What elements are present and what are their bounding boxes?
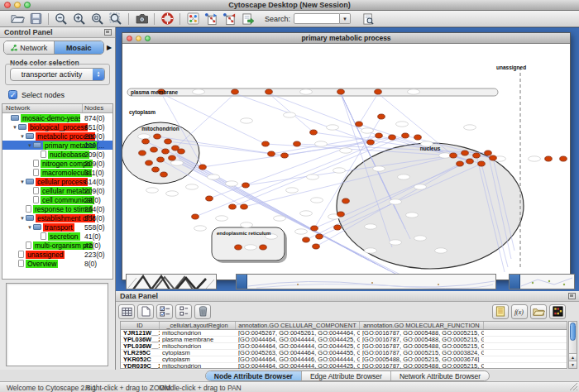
network-node[interactable] — [260, 245, 267, 250]
tree-row[interactable]: ▼secretion41(0) — [2, 232, 112, 241]
network-node[interactable] — [162, 149, 170, 154]
attribute-notes-button[interactable] — [492, 304, 509, 319]
select-attributes-button[interactable] — [118, 304, 135, 319]
network-node[interactable] — [139, 151, 146, 155]
network-node[interactable] — [151, 147, 158, 152]
column-header[interactable]: _cellularLayoutRegion — [160, 322, 236, 329]
network-node[interactable] — [457, 161, 464, 166]
create-network-view-button[interactable] — [202, 12, 220, 26]
zoom-selected-button[interactable] — [89, 12, 107, 26]
network-node[interactable] — [367, 140, 375, 145]
tree-row[interactable]: ▼response to stimulu264(0) — [2, 204, 112, 213]
network-node[interactable] — [337, 89, 345, 94]
tree-expander-icon[interactable]: ▼ — [20, 134, 26, 139]
layout-button[interactable] — [184, 12, 202, 26]
zoom-in-button[interactable] — [70, 12, 89, 26]
tree-expander-icon[interactable]: ▼ — [20, 179, 26, 184]
tree-row[interactable]: ▼mosaic-demo-yeast874(0) — [2, 113, 112, 122]
birds-eye-view[interactable] — [6, 283, 108, 366]
network-node[interactable] — [241, 204, 248, 209]
tree-expander-icon[interactable]: ▼ — [20, 216, 26, 221]
select-all-attributes-button[interactable] — [156, 304, 173, 319]
background-window-peek[interactable] — [236, 274, 496, 289]
node-color-dropdown[interactable]: transporter activity ▲▼ — [10, 68, 105, 81]
network-node[interactable] — [303, 237, 310, 242]
network-node[interactable] — [206, 196, 213, 201]
network-node[interactable] — [478, 161, 486, 166]
column-header[interactable]: annotation.GO MOLECULAR_FUNCTION — [360, 322, 484, 329]
tree-row[interactable]: ▼metabolic process280(0) — [2, 131, 112, 141]
snapshot-button[interactable] — [132, 12, 151, 26]
save-session-button[interactable] — [26, 12, 45, 26]
network-node[interactable] — [169, 155, 176, 160]
background-window-peek[interactable] — [509, 274, 575, 289]
network-node[interactable] — [490, 155, 497, 160]
network-node[interactable] — [311, 226, 318, 231]
network-node[interactable] — [356, 122, 363, 127]
network-node[interactable] — [560, 156, 567, 161]
table-row[interactable]: YKR052Ccytoplasm[GO:0044464, GO:0044446,… — [121, 356, 567, 363]
network-canvas-svg[interactable]: plasma membranecytoplasmmitochondrionnuc… — [122, 44, 570, 280]
attribute-matrix-button[interactable] — [549, 304, 566, 319]
network-node[interactable] — [485, 151, 492, 155]
network-node[interactable] — [268, 151, 275, 156]
network-node[interactable] — [375, 89, 382, 94]
network-node[interactable] — [467, 159, 474, 164]
tree-expander-icon[interactable]: ▼ — [27, 225, 33, 230]
tree-expander-icon[interactable]: ▼ — [27, 143, 33, 148]
tree-row[interactable]: ▼nitrogen compo209(0) — [2, 159, 112, 168]
network-node[interactable] — [142, 139, 150, 144]
tree-row[interactable]: ▼cell communicat22(0) — [2, 195, 112, 204]
search-options-button[interactable] — [359, 12, 377, 26]
network-node[interactable] — [146, 160, 153, 165]
network-node[interactable] — [281, 153, 289, 158]
network-view-window[interactable]: primary metabolic process plasma membran… — [122, 32, 571, 280]
network-edge[interactable] — [235, 93, 371, 142]
network-node[interactable] — [242, 183, 250, 188]
tab-overflow-arrow-icon[interactable]: ▶ — [107, 44, 112, 51]
tree-row[interactable]: ▼cellular metabo209(0) — [2, 186, 112, 195]
network-edge[interactable] — [359, 93, 378, 124]
network-node[interactable] — [192, 214, 199, 219]
network-node[interactable] — [178, 149, 185, 154]
background-window-peek[interactable] — [126, 274, 217, 289]
scroll-down-button[interactable]: ▼ — [569, 361, 577, 368]
scrollbar-thumb[interactable] — [570, 323, 576, 341]
resize-grip[interactable] — [568, 381, 578, 391]
network-node[interactable] — [376, 133, 383, 138]
create-attribute-button[interactable] — [137, 304, 154, 319]
network-node[interactable] — [235, 245, 242, 250]
float-panel-icon[interactable] — [104, 29, 112, 36]
import-network-button[interactable] — [238, 12, 256, 26]
network-node[interactable] — [199, 165, 207, 170]
network-node[interactable] — [450, 153, 457, 158]
tab-node-attribute-browser[interactable]: Node Attribute Browser — [206, 371, 302, 380]
float-panel-icon[interactable] — [568, 293, 576, 299]
search-input[interactable] — [294, 13, 340, 24]
network-node[interactable] — [462, 151, 469, 155]
network-node[interactable] — [165, 139, 172, 144]
tree-row[interactable]: ▼primary metabol209(... — [2, 141, 112, 150]
help-button[interactable] — [158, 12, 176, 26]
tree-column-network[interactable]: Network — [2, 104, 83, 112]
zoom-out-button[interactable] — [52, 12, 70, 26]
tree-column-nodes[interactable]: Nodes — [83, 104, 112, 112]
tree-row[interactable]: ▼macromolecule311(0) — [2, 168, 112, 177]
tree-row[interactable]: ▼biological_process651(0) — [2, 122, 112, 131]
tree-row[interactable]: ▼Overview8(0) — [2, 259, 112, 268]
tree-expander-icon[interactable]: ▼ — [12, 125, 18, 130]
table-row[interactable]: YLR295Ccytoplasm[GO:0045263, GO:0044464,… — [121, 350, 567, 356]
network-node[interactable] — [310, 130, 318, 135]
tree-row[interactable]: ▼cellular process614(0) — [2, 177, 112, 186]
network-node[interactable] — [229, 204, 237, 209]
network-node[interactable] — [414, 135, 422, 140]
search-dropdown-button[interactable]: ▼ — [340, 13, 351, 24]
network-node[interactable] — [334, 225, 342, 230]
tree-row[interactable]: ▼nucleobase-209(0) — [2, 150, 112, 159]
select-nodes-checkbox[interactable]: ✓ — [8, 90, 17, 99]
tree-row[interactable]: ▼transport558(0) — [2, 222, 112, 232]
tab-mosaic[interactable]: Mosaic — [55, 41, 104, 54]
table-scrollbar[interactable]: ▲ ▼ — [568, 321, 577, 369]
table-row[interactable]: YPL036W__2plasma membrane[GO:0044464, GO… — [121, 337, 567, 343]
network-node[interactable] — [262, 141, 270, 146]
